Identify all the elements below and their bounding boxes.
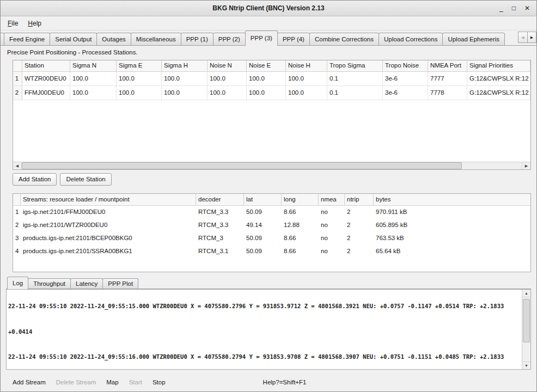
cell-resource[interactable]: products.igs-ip.net:2101/BCEP00BKG0 [21, 232, 196, 245]
cell-bytes[interactable]: 763.53 kB [374, 232, 530, 245]
tab-feed-engine[interactable]: Feed Engine [4, 33, 50, 45]
col-signal-priorities[interactable]: Signal Priorities [467, 60, 530, 71]
cell-nmea[interactable]: no [319, 206, 345, 219]
scrollbar-thumb[interactable] [523, 299, 530, 342]
cell-resource[interactable]: products.igs-ip.net:2101/SSRA00BKG1 [21, 245, 196, 258]
vertical-scrollbar[interactable]: ▲ ▼ [522, 290, 530, 369]
cell-bytes[interactable]: 605.895 kB [374, 219, 530, 232]
tab-upload-ephemeris[interactable]: Upload Ephemeris [442, 33, 505, 45]
tab-combine-corrections[interactable]: Combine Corrections [309, 33, 379, 45]
cell-ntrip[interactable]: 2 [345, 245, 374, 258]
cell-lat[interactable]: 50.09 [244, 206, 282, 219]
cell-sigma-n[interactable]: 100.0 [70, 72, 117, 86]
col-station[interactable]: Station [22, 60, 70, 71]
col-tropo-noise[interactable]: Tropo Noise [383, 60, 428, 71]
col-resource-mountpoint[interactable]: Streams: resource loader / mountpoint [21, 194, 196, 205]
tab-ppp-3[interactable]: PPP (3) [245, 30, 278, 46]
tab-throughput[interactable]: Throughput [28, 278, 71, 289]
cell-decoder[interactable]: RTCM_3 [196, 232, 244, 245]
cell-bytes[interactable]: 65.64 kB [374, 245, 530, 258]
tab-upload-corrections[interactable]: Upload Corrections [379, 33, 443, 45]
cell-bytes[interactable]: 970.911 kB [374, 206, 530, 219]
stream-row[interactable]: 4 products.igs-ip.net:2101/SSRA00BKG1 RT… [13, 245, 530, 258]
col-noise-n[interactable]: Noise N [208, 60, 247, 71]
cell-noise-n[interactable]: 100.0 [208, 72, 247, 86]
cell-noise-h[interactable]: 100.0 [286, 72, 327, 86]
tab-miscellaneous[interactable]: Miscellaneous [131, 33, 181, 45]
cell-nmea[interactable]: no [319, 219, 345, 232]
scroll-down-icon[interactable]: ▼ [522, 362, 530, 369]
cell-decoder[interactable]: RTCM_3.3 [196, 206, 244, 219]
stream-row[interactable]: 2 igs-ip.net:2101/WTZR00DEU0 RTCM_3.3 49… [13, 219, 530, 232]
scrollbar-thumb[interactable] [22, 162, 462, 169]
cell-signal-priorities[interactable]: G:12&CWPSLX R:12 [467, 86, 530, 100]
col-bytes[interactable]: bytes [374, 194, 530, 205]
cell-long[interactable]: 8.66 [282, 206, 319, 219]
col-sigma-n[interactable]: Sigma N [70, 60, 117, 71]
close-icon[interactable]: ✕ [524, 4, 530, 12]
cell-decoder[interactable]: RTCM_3.1 [196, 245, 244, 258]
cell-sigma-n[interactable]: 100.0 [70, 86, 117, 100]
cell-lat[interactable]: 49.14 [244, 219, 282, 232]
cell-resource[interactable]: igs-ip.net:2101/FFMJ00DEU0 [21, 206, 196, 219]
cell-tropo-noise[interactable]: 3e-6 [383, 86, 428, 100]
cell-lat[interactable]: 50.09 [244, 245, 282, 258]
cell-nmea[interactable]: no [319, 232, 345, 245]
cell-nmea[interactable]: no [319, 245, 345, 258]
col-decoder[interactable]: decoder [196, 194, 244, 205]
cell-long[interactable]: 8.66 [282, 245, 319, 258]
col-nmea[interactable]: nmea [319, 194, 345, 205]
col-tropo-sigma[interactable]: Tropo Sigma [327, 60, 383, 71]
tab-serial-output[interactable]: Serial Output [50, 33, 97, 45]
col-noise-e[interactable]: Noise E [247, 60, 286, 71]
cell-decoder[interactable]: RTCM_3.3 [196, 219, 244, 232]
cell-sigma-h[interactable]: 100.0 [162, 86, 208, 100]
cell-noise-e[interactable]: 100.0 [247, 86, 286, 100]
menu-help[interactable]: Help [23, 17, 46, 29]
cell-signal-priorities[interactable]: G:12&CWPSLX R:12 [467, 72, 530, 86]
cell-noise-n[interactable]: 100.0 [208, 86, 247, 100]
col-ntrip[interactable]: ntrip [345, 194, 374, 205]
maximize-icon[interactable]: □ [512, 4, 516, 12]
col-nmea-port[interactable]: NMEA Port [428, 60, 467, 71]
tab-scroll-right-icon[interactable]: ▶ [527, 32, 536, 43]
col-sigma-h[interactable]: Sigma H [162, 60, 208, 71]
cell-long[interactable]: 12.88 [282, 219, 319, 232]
scroll-left-icon[interactable]: ◀ [13, 162, 22, 169]
menu-file[interactable]: File [3, 17, 23, 29]
row-number[interactable]: 1 [13, 72, 22, 86]
add-station-button[interactable]: Add Station [13, 173, 57, 186]
cell-sigma-h[interactable]: 100.0 [162, 72, 208, 86]
scroll-up-icon[interactable]: ▲ [522, 290, 530, 297]
minimize-icon[interactable]: _ [499, 4, 503, 12]
col-lat[interactable]: lat [244, 194, 282, 205]
tab-ppp-4[interactable]: PPP (4) [277, 33, 310, 45]
cell-station[interactable]: FFMJ00DEU0 [22, 86, 70, 100]
col-noise-h[interactable]: Noise H [286, 60, 327, 71]
scroll-right-icon[interactable]: ▶ [522, 162, 530, 169]
cell-tropo-sigma[interactable]: 0.1 [327, 86, 383, 100]
stream-row[interactable]: 1 igs-ip.net:2101/FFMJ00DEU0 RTCM_3.3 50… [13, 206, 530, 219]
cell-ntrip[interactable]: 2 [345, 219, 374, 232]
stop-button[interactable]: Stop [152, 379, 166, 385]
cell-noise-h[interactable]: 100.0 [286, 86, 327, 100]
tab-ppp-1[interactable]: PPP (1) [181, 33, 213, 45]
cell-lat[interactable]: 50.09 [244, 232, 282, 245]
add-stream-button[interactable]: Add Stream [13, 379, 46, 385]
cell-tropo-sigma[interactable]: 0.1 [327, 72, 383, 86]
cell-sigma-e[interactable]: 100.0 [117, 86, 162, 100]
cell-noise-e[interactable]: 100.0 [247, 72, 286, 86]
tab-latency[interactable]: Latency [70, 278, 103, 289]
tab-outages[interactable]: Outages [96, 33, 131, 45]
cell-ntrip[interactable]: 2 [345, 232, 374, 245]
cell-nmea-port[interactable]: 7778 [428, 86, 467, 100]
row-number[interactable]: 2 [13, 86, 22, 100]
cell-tropo-noise[interactable]: 3e-6 [383, 72, 428, 86]
cell-ntrip[interactable]: 2 [345, 206, 374, 219]
cell-long[interactable]: 8.66 [282, 232, 319, 245]
tab-ppp-2[interactable]: PPP (2) [213, 33, 246, 45]
col-sigma-e[interactable]: Sigma E [117, 60, 162, 71]
delete-station-button[interactable]: Delete Station [60, 173, 111, 186]
stream-row[interactable]: 3 products.igs-ip.net:2101/BCEP00BKG0 RT… [13, 232, 530, 245]
tab-log[interactable]: Log [7, 277, 28, 289]
